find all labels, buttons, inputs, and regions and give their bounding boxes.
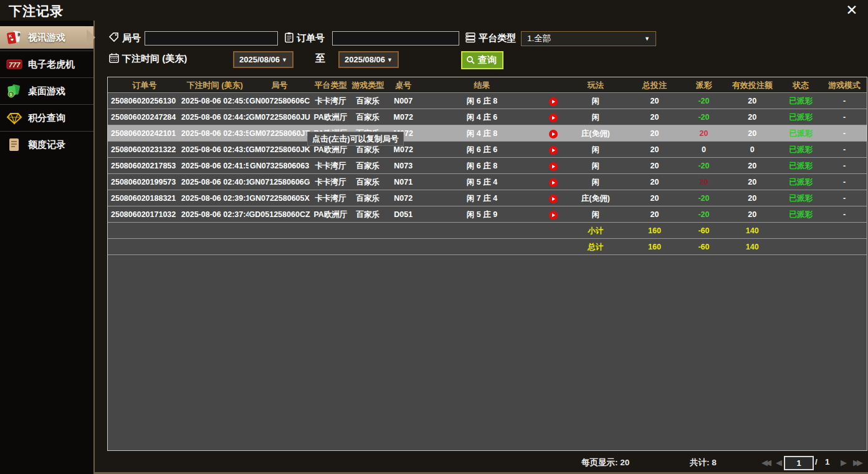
round-no-input[interactable]	[145, 31, 278, 46]
svg-text:9: 9	[17, 32, 21, 36]
first-page-icon[interactable]: ◀◀	[761, 458, 769, 467]
play-video-icon[interactable]	[549, 114, 558, 122]
play-video-icon[interactable]	[549, 195, 558, 203]
cell-table-no: N072	[385, 190, 421, 206]
cell-bet-time: 2025-08-06 02:37:49	[181, 206, 249, 222]
cell-round-no: GM072258060JU	[249, 109, 311, 125]
platform-type-select[interactable]: 1.全部 ▼	[521, 31, 656, 46]
cell-result: 闲 4 庄 6	[421, 109, 543, 125]
order-no-label: 订单号	[297, 32, 325, 44]
cell-total-bet: 20	[627, 125, 683, 141]
column-header-payout: 派彩	[683, 77, 725, 92]
last-page-icon[interactable]: ▶▶	[853, 458, 861, 467]
table-header-row: 订单号下注时间 (美东)局号平台类型游戏类型桌号结果玩法总投注派彩有效投注额状态…	[108, 77, 867, 93]
cell-status: 已派彩	[780, 125, 822, 141]
cell-bet-method: 闲	[565, 206, 627, 222]
cell-game-mode: -	[822, 109, 867, 125]
column-header-valid-bet: 有效投注额	[725, 77, 780, 92]
page-number-input[interactable]	[784, 456, 814, 470]
prev-page-icon[interactable]: ◀	[776, 458, 782, 467]
next-page-icon[interactable]: ▶	[841, 458, 847, 467]
summary-payout: -60	[682, 223, 725, 238]
cell-valid-bet: 20	[725, 190, 780, 206]
cell-game-type: 百家乐	[350, 206, 385, 222]
cell-game-mode: -	[822, 93, 867, 109]
cell-table-no: N007	[385, 93, 421, 109]
sidebar-item-label: 视讯游戏	[28, 32, 65, 44]
play-cell	[543, 158, 565, 173]
sidebar-divider	[0, 77, 93, 78]
table-games-icon: $	[6, 84, 22, 98]
chevron-down-icon: ▼	[387, 57, 393, 63]
cell-game-mode: -	[822, 174, 867, 190]
play-cell	[543, 190, 565, 206]
summary-platform-type	[310, 223, 350, 238]
table-row[interactable]: 2508060202561302025-08-06 02:45:06GN0072…	[108, 93, 867, 109]
cell-round-no: GM072258060JT	[249, 125, 311, 141]
sidebar-divider	[0, 104, 93, 105]
close-icon[interactable]: ✕	[842, 1, 861, 19]
cell-bet-time: 2025-08-06 02:43:53	[181, 125, 249, 141]
play-video-icon[interactable]	[549, 162, 558, 171]
search-button[interactable]: 查询	[461, 51, 503, 69]
summary-bet-time	[181, 223, 249, 238]
cell-table-no: D051	[385, 206, 421, 222]
cell-payout: -20	[682, 190, 725, 206]
summary-game-mode	[822, 239, 867, 254]
table-row[interactable]: 2508060202421012025-08-06 02:43:53GM0722…	[108, 125, 867, 142]
cell-bet-method: 闲	[565, 158, 627, 173]
sidebar-item-1[interactable]: 9K视讯游戏	[0, 26, 93, 49]
summary-total-bet: 160	[627, 239, 683, 254]
cell-round-no: GN0072580606C	[249, 93, 311, 109]
table-row[interactable]: 2508060201710322025-08-06 02:37:49GD0512…	[108, 206, 867, 223]
cell-result: 闲 6 庄 8	[421, 93, 543, 109]
quota-record-icon	[6, 138, 22, 152]
order-no-input[interactable]	[332, 31, 459, 46]
table-row[interactable]: 2508060201883212025-08-06 02:39:17GN0722…	[108, 190, 867, 206]
sidebar-item-5[interactable]: 额度记录	[0, 133, 93, 156]
play-video-icon[interactable]	[549, 146, 558, 155]
column-header-total-bet: 总投注	[627, 77, 683, 92]
cell-payout: -20	[682, 93, 725, 109]
cell-platform-type: 卡卡湾厅	[310, 190, 350, 206]
sidebar-item-3[interactable]: $桌面游戏	[0, 80, 93, 102]
cell-status: 已派彩	[780, 93, 822, 109]
table-row[interactable]: 2508060201995732025-08-06 02:40:16GN0712…	[108, 174, 867, 190]
cell-platform-type: 卡卡湾厅	[310, 93, 350, 109]
sidebar-item-4[interactable]: 积分查询	[0, 107, 93, 129]
cell-bet-time: 2025-08-06 02:40:16	[181, 174, 249, 190]
search-button-label: 查询	[478, 54, 497, 66]
cell-platform-type: 卡卡湾厅	[310, 174, 350, 190]
table-row[interactable]: 2508060202472842025-08-06 02:44:22GM0722…	[108, 109, 867, 125]
cell-status: 已派彩	[780, 158, 822, 173]
cell-bet-method: 闲	[565, 142, 627, 157]
sidebar-item-2[interactable]: 777电子老虎机	[0, 53, 93, 75]
date-to-select[interactable]: 2025/08/06▼	[338, 51, 399, 68]
play-video-icon[interactable]	[549, 211, 558, 220]
cell-valid-bet: 0	[725, 142, 780, 157]
cell-game-mode: -	[822, 206, 867, 222]
summary-order-no	[108, 223, 181, 238]
cell-total-bet: 20	[627, 158, 683, 173]
summary-table-no	[385, 239, 421, 254]
cell-total-bet: 20	[627, 142, 683, 157]
cell-game-type: 百家乐	[350, 190, 385, 206]
cell-result: 闲 4 庄 8	[421, 125, 543, 141]
play-video-icon[interactable]	[549, 178, 558, 187]
cell-bet-time: 2025-08-06 02:44:22	[181, 109, 249, 125]
date-from-select[interactable]: 2025/08/06▼	[233, 51, 293, 68]
cell-status: 已派彩	[780, 109, 822, 125]
subtotal-row: 小计160-60140	[108, 223, 867, 239]
search-icon	[466, 56, 475, 65]
table-row[interactable]: 2508060202313222025-08-06 02:43:00GM0722…	[108, 142, 867, 158]
cell-game-type: 百家乐	[350, 109, 385, 125]
sidebar: 9K视讯游戏777电子老虎机$桌面游戏积分查询额度记录	[0, 21, 95, 474]
total-pages: 1	[825, 457, 830, 467]
platform-type-value: 1.全部	[527, 33, 551, 44]
sidebar-divider	[0, 51, 93, 51]
play-video-icon[interactable]	[549, 130, 558, 138]
table-row[interactable]: 2508060202178532025-08-06 02:41:54GN0732…	[108, 158, 867, 174]
per-page-label: 每页显示: 20	[581, 457, 629, 468]
cell-order-no: 250806020231322	[108, 142, 181, 157]
play-video-icon[interactable]	[549, 97, 558, 106]
